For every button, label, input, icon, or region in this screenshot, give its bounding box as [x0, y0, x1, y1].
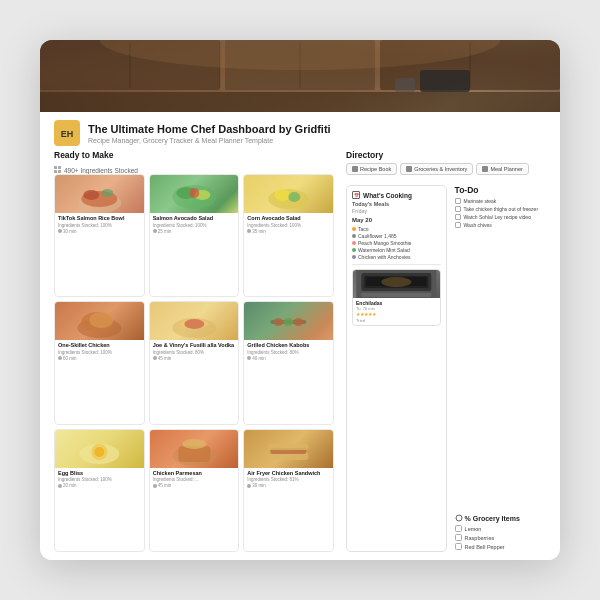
todo-item[interactable]: Wash chives [455, 222, 546, 228]
food-card-name: One-Skillet Chicken [58, 342, 141, 349]
todo-item-label: Watch Sohla/ Ley recipe video [464, 214, 531, 220]
food-card-time: 60 min [58, 356, 141, 361]
todo-item-label: Wash chives [464, 222, 492, 228]
grocery-item[interactable]: Raspberries [455, 534, 546, 541]
svg-point-37 [153, 356, 157, 360]
svg-point-54 [247, 484, 251, 488]
food-card-info: Joe & Vinny's Fusilli alla Vodka Ingredi… [150, 340, 239, 364]
meal-list: TacoCauliflower 1,485Peach Mango Smoothi… [352, 226, 441, 260]
to-buy-title: % Grocery Items [455, 514, 546, 522]
svg-point-33 [89, 312, 113, 328]
food-illustration [150, 175, 239, 213]
grocery-checkbox[interactable] [455, 534, 462, 541]
dir-tab-meal-planner[interactable]: Meal Planner [476, 163, 528, 175]
svg-point-25 [189, 188, 199, 198]
food-card-info: TikTok Salmon Rice Bowl Ingredients Stoc… [55, 213, 144, 237]
dir-tab-recipe[interactable]: Recipe Book [346, 163, 397, 175]
food-illustration [150, 430, 239, 468]
food-card-info: Air Fryer Chicken Sandwich Ingredients S… [244, 468, 333, 492]
food-card-image [244, 175, 333, 213]
logo-header: EH The Ultimate Home Chef Dashboard by G… [40, 112, 560, 150]
food-card-name: Joe & Vinny's Fusilli alla Vodka [153, 342, 236, 349]
food-card-info: Salmon Avocado Salad Ingredients Stocked… [150, 213, 239, 237]
food-card-name: Corn Avocado Salad [247, 215, 330, 222]
to-buy-section: % Grocery Items LemonRaspberriesRed Bell… [455, 514, 546, 552]
todo-item[interactable]: Watch Sohla/ Ley recipe video [455, 214, 546, 220]
grid-icon [54, 166, 62, 174]
whats-cooking-col: 📅 What's Cooking Today's Meals Friday Ma… [346, 185, 447, 552]
to-buy-label: % Grocery Items [465, 515, 520, 522]
recipe-stars: ★★★★★ [356, 311, 437, 317]
food-card-image [55, 175, 144, 213]
food-card-time: 30 min [58, 229, 141, 234]
svg-point-64 [456, 515, 462, 521]
meal-dot [352, 255, 356, 259]
food-card[interactable]: Grilled Chicken Kabobs Ingredients Stock… [243, 301, 334, 424]
svg-rect-57 [482, 166, 488, 172]
grocery-checkbox[interactable] [455, 525, 462, 532]
svg-rect-9 [395, 78, 415, 92]
directory-tabs: Recipe Book Groceries & Inventory Meal P… [346, 163, 546, 175]
grocery-checkbox[interactable] [455, 543, 462, 550]
food-card-time: 35 min [247, 229, 330, 234]
hero-illustration [40, 40, 560, 112]
cooking-date: May 20 [352, 217, 441, 223]
todo-grocery-col: To-Do Marinate steakTake chicken thighs … [455, 185, 546, 552]
todo-checkbox[interactable] [455, 206, 461, 212]
todo-checkbox[interactable] [455, 214, 461, 220]
svg-rect-15 [54, 170, 57, 173]
dir-tab-groceries[interactable]: Groceries & Inventory [400, 163, 473, 175]
todo-checkbox[interactable] [455, 222, 461, 228]
todo-checkbox[interactable] [455, 198, 461, 204]
food-card-meta: Ingredients Stocked: 100% [153, 223, 236, 228]
food-card-info: Egg Bliss Ingredients Stocked: 100% 20 m… [55, 468, 144, 492]
page-subtitle: Recipe Manager, Grocery Tracker & Meal P… [88, 137, 331, 144]
food-card[interactable]: Chicken Parmesan Ingredients Stocked: ..… [149, 429, 240, 552]
dir-tab-meal-planner-label: Meal Planner [490, 166, 522, 172]
svg-rect-0 [40, 92, 560, 112]
badge-text: 490+ Ingredients Stocked [64, 167, 138, 174]
meal-item: Cauliflower 1,485 [352, 233, 441, 239]
food-card[interactable]: One-Skillet Chicken Ingredients Stocked:… [54, 301, 145, 424]
svg-point-28 [275, 189, 291, 201]
spacer [455, 506, 546, 514]
grocery-item[interactable]: Lemon [455, 525, 546, 532]
food-illustration [244, 302, 333, 340]
directory-section: Directory Recipe Book Groceries & Invent… [346, 150, 546, 175]
food-card-meta: Ingredients Stocked: 100% [58, 223, 141, 228]
meal-label: Watermelon Mint Salad [358, 247, 410, 253]
food-card[interactable]: Joe & Vinny's Fusilli alla Vodka Ingredi… [149, 301, 240, 424]
svg-rect-16 [58, 170, 61, 173]
todo-items: Marinate steakTake chicken thighs out of… [455, 198, 546, 228]
svg-point-21 [58, 229, 62, 233]
todo-item-label: Take chicken thighs out of freezer [464, 206, 539, 212]
svg-point-36 [184, 319, 204, 329]
food-card-image [150, 430, 239, 468]
food-card[interactable]: TikTok Salmon Rice Bowl Ingredients Stoc… [54, 174, 145, 297]
cart-icon [406, 166, 412, 172]
todo-item[interactable]: Take chicken thighs out of freezer [455, 206, 546, 212]
grocery-item[interactable]: Red Bell Pepper [455, 543, 546, 550]
food-card-name: Egg Bliss [58, 470, 141, 477]
food-card[interactable]: Salmon Avocado Salad Ingredients Stocked… [149, 174, 240, 297]
dir-tab-groceries-label: Groceries & Inventory [414, 166, 467, 172]
food-card[interactable]: Corn Avocado Salad Ingredients Stocked: … [243, 174, 334, 297]
food-illustration [244, 430, 333, 468]
app-logo: EH [54, 120, 80, 146]
todo-item[interactable]: Marinate steak [455, 198, 546, 204]
food-card-image [55, 430, 144, 468]
food-card[interactable]: Air Fryer Chicken Sandwich Ingredients S… [243, 429, 334, 552]
food-card[interactable]: Egg Bliss Ingredients Stocked: 100% 20 m… [54, 429, 145, 552]
food-illustration [55, 430, 144, 468]
svg-point-30 [247, 229, 251, 233]
meal-dot [352, 234, 356, 238]
svg-point-29 [289, 192, 301, 202]
food-card-meta: Ingredients Stocked: 100% [247, 223, 330, 228]
meal-dot [352, 248, 356, 252]
food-card-meta: Ingredients Stocked: 80% [153, 350, 236, 355]
meal-item: Peach Mango Smoothie [352, 240, 441, 246]
meal-label: Taco [358, 226, 369, 232]
meal-dot [352, 241, 356, 245]
food-card-name: TikTok Salmon Rice Bowl [58, 215, 141, 222]
todays-meals-label: Today's Meals [352, 201, 441, 207]
